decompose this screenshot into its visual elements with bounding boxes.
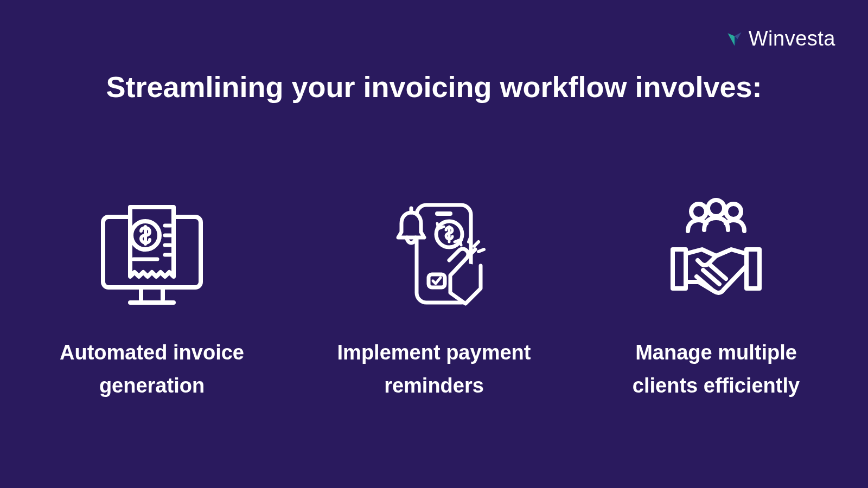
feature-label: Manage multiple clients efficiently [613, 336, 819, 402]
feature-manage-clients: Manage multiple clients efficiently [613, 184, 819, 402]
page-title: Streamlining your invoicing workflow inv… [0, 65, 868, 109]
svg-line-15 [478, 249, 484, 252]
feature-label: Automated invoice generation [49, 336, 255, 402]
phone-bell-icon [374, 184, 494, 325]
svg-point-18 [708, 200, 724, 216]
features-row: Automated invoice generation [0, 184, 868, 402]
svg-point-17 [691, 204, 706, 219]
brand-logo: Winvesta [725, 27, 835, 50]
team-handshake-icon [656, 184, 776, 325]
svg-rect-10 [435, 211, 452, 216]
feature-label: Implement payment reminders [331, 336, 537, 402]
feature-payment-reminders: Implement payment reminders [331, 184, 537, 402]
brand-name: Winvesta [749, 27, 835, 50]
feature-automated-invoice: Automated invoice generation [49, 184, 255, 402]
invoice-computer-icon [92, 184, 212, 325]
svg-line-16 [469, 236, 471, 242]
svg-point-19 [726, 204, 741, 219]
brand-logo-icon [725, 29, 744, 49]
svg-line-14 [474, 242, 478, 246]
